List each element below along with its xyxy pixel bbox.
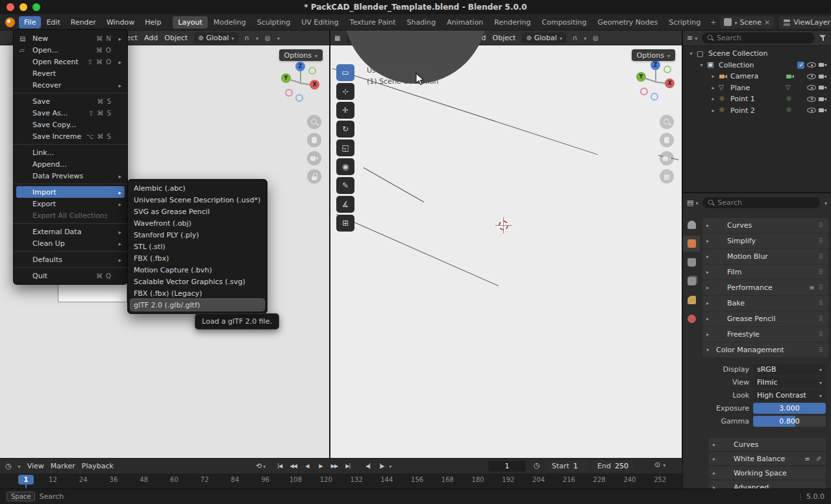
gizmo-x-axis[interactable]: X xyxy=(310,80,319,90)
chevron-down-icon[interactable] xyxy=(663,461,665,469)
file-menu-item[interactable]: Open Recent ⇧ ⌘ O xyxy=(14,56,127,67)
proportional-editing-icon[interactable]: ◎ xyxy=(593,34,599,42)
file-menu-item[interactable]: Revert xyxy=(14,67,127,79)
close-window-button[interactable] xyxy=(6,3,14,11)
workspace-tab[interactable]: Scripting xyxy=(664,16,706,29)
drag-handle-icon[interactable] xyxy=(819,283,823,292)
workspace-tab[interactable]: Compositing xyxy=(537,16,592,29)
disclosure-arrow-icon[interactable] xyxy=(713,470,719,476)
navigation-gizmo[interactable]: Z Y X xyxy=(279,62,321,104)
workspace-tab[interactable]: Sculpting xyxy=(252,16,295,29)
file-menu-item[interactable]: Export All Collections xyxy=(14,210,127,221)
properties-tab[interactable] xyxy=(683,217,700,233)
minimize-window-button[interactable] xyxy=(19,3,27,11)
eyedropper-icon[interactable] xyxy=(815,455,821,463)
gizmo-z-axis[interactable]: Z xyxy=(651,60,660,70)
gizmo-negative-y-axis[interactable] xyxy=(308,67,316,75)
viewport-menu[interactable]: Object xyxy=(164,34,188,42)
disable-in-renders-toggle[interactable] xyxy=(819,84,827,91)
gizmo-z-axis[interactable]: Z xyxy=(295,62,305,71)
import-menu-item[interactable]: FBX (.fbx) xyxy=(128,252,267,264)
disclosure-arrow-icon[interactable] xyxy=(706,347,712,353)
disclosure-arrow-icon[interactable] xyxy=(706,269,712,275)
proportional-editing-icon[interactable]: ◎ xyxy=(265,34,271,42)
file-menu-item[interactable]: Import xyxy=(16,186,125,198)
snap-options-icon[interactable] xyxy=(256,34,258,42)
disclosure-arrow-icon[interactable] xyxy=(706,285,712,291)
workspace-tab[interactable]: UV Editing xyxy=(296,16,343,29)
file-menu-item[interactable]: Defaults xyxy=(14,254,127,265)
file-menu-item[interactable] xyxy=(14,182,127,186)
outliner-search[interactable] xyxy=(702,32,815,43)
frame-start-field[interactable]: Start 1 xyxy=(547,461,588,472)
file-menu-item[interactable]: Open... ⌘ O xyxy=(14,44,127,56)
file-menu-item[interactable] xyxy=(14,91,127,95)
camera-view-button[interactable] xyxy=(660,151,674,165)
filter-icon[interactable] xyxy=(819,34,827,42)
gizmo-negative-x-axis[interactable] xyxy=(640,88,648,95)
import-menu-item[interactable]: Stanford PLY (.ply) xyxy=(128,229,267,241)
disclosure-arrow-icon[interactable] xyxy=(706,222,712,228)
tool-button[interactable]: ▭ xyxy=(336,64,354,81)
subpanel-header[interactable]: White Balance xyxy=(709,452,826,465)
transform-orientation-dropdown[interactable]: ⊕ Global xyxy=(522,32,566,43)
import-menu-item[interactable]: SVG as Grease Pencil xyxy=(128,206,267,217)
gizmo-negative-z-axis[interactable] xyxy=(651,93,658,101)
subpanel-header[interactable]: Curves xyxy=(709,438,826,451)
menubar-item[interactable]: Render xyxy=(66,16,101,29)
zoom-button[interactable] xyxy=(660,115,674,129)
viewport-menu[interactable]: Add xyxy=(144,34,158,42)
disclosure-arrow-icon[interactable] xyxy=(706,316,712,322)
current-frame-field[interactable]: 1 xyxy=(488,461,526,472)
slider-field[interactable]: 3.000 xyxy=(753,403,826,414)
file-menu-item[interactable]: Save Copy... xyxy=(14,119,127,130)
properties-editor-type-icon[interactable]: ▤ xyxy=(687,198,693,207)
disclosure-arrow-icon[interactable]: ▾ xyxy=(688,51,694,56)
camera-view-button[interactable] xyxy=(307,151,321,165)
hide-in-viewport-toggle[interactable] xyxy=(807,84,816,91)
collection-checkbox[interactable] xyxy=(797,62,804,69)
file-menu-item[interactable]: Quit ⌘ Q xyxy=(14,270,127,282)
scene-selector[interactable]: Scene xyxy=(720,16,774,29)
gizmo-y-axis[interactable]: Y xyxy=(281,73,291,83)
import-menu-item[interactable]: STL (.stl) xyxy=(128,241,267,252)
disclosure-arrow-icon[interactable]: ▸ xyxy=(710,108,716,114)
file-menu-item[interactable]: Data Previews xyxy=(14,170,127,182)
gizmo-negative-x-axis[interactable] xyxy=(285,89,293,97)
tool-button[interactable]: ◉ xyxy=(336,158,354,175)
gizmo-negative-z-axis[interactable] xyxy=(295,94,303,102)
hide-in-viewport-toggle[interactable] xyxy=(807,107,816,114)
previous-frame-button[interactable]: ◀| xyxy=(362,461,374,472)
play-button[interactable]: ▶ xyxy=(314,461,327,472)
properties-tab[interactable] xyxy=(683,254,700,270)
timeline-menu[interactable]: Playback xyxy=(82,462,114,470)
snap-options-icon[interactable] xyxy=(584,34,586,42)
file-menu-item[interactable]: Save Incremental ⌥ ⌘ S xyxy=(14,130,127,142)
workspace-tab[interactable]: Shading xyxy=(402,16,441,29)
tool-button[interactable]: ↻ xyxy=(336,121,354,138)
file-menu-item[interactable] xyxy=(14,142,127,147)
menubar-item[interactable]: Edit xyxy=(41,16,65,29)
import-menu-item[interactable]: Motion Capture (.bvh) xyxy=(128,264,267,276)
chevron-down-icon[interactable] xyxy=(263,462,266,470)
outliner-row[interactable]: ▸ Point 1 xyxy=(683,93,831,105)
next-frame-button[interactable]: |▶ xyxy=(375,461,388,472)
unlink-scene-icon[interactable] xyxy=(764,18,770,27)
chevron-down-icon[interactable] xyxy=(695,198,698,207)
tool-button[interactable]: ✎ xyxy=(336,177,354,194)
gizmo-negative-y-axis[interactable] xyxy=(664,66,671,73)
disclosure-arrow-icon[interactable] xyxy=(706,331,712,337)
outliner-row[interactable]: ▸ Camera xyxy=(683,71,831,82)
chevron-down-icon[interactable] xyxy=(18,462,21,470)
disable-in-renders-toggle[interactable] xyxy=(819,96,827,102)
file-menu-item[interactable]: Export xyxy=(14,198,127,210)
properties-panel-header[interactable]: Bake xyxy=(702,296,828,311)
hide-in-viewport-toggle[interactable] xyxy=(807,96,816,102)
timeline-menu[interactable]: View xyxy=(27,462,44,470)
frame-end-field[interactable]: End 250 xyxy=(592,461,634,472)
workspace-tab[interactable]: Animation xyxy=(441,16,488,29)
workspace-tab[interactable]: Layout xyxy=(173,16,207,29)
subpanel-header[interactable]: Advanced xyxy=(709,481,826,488)
file-menu-item[interactable]: Link... xyxy=(14,147,127,158)
properties-panel-header[interactable]: Grease Pencil xyxy=(702,311,828,326)
